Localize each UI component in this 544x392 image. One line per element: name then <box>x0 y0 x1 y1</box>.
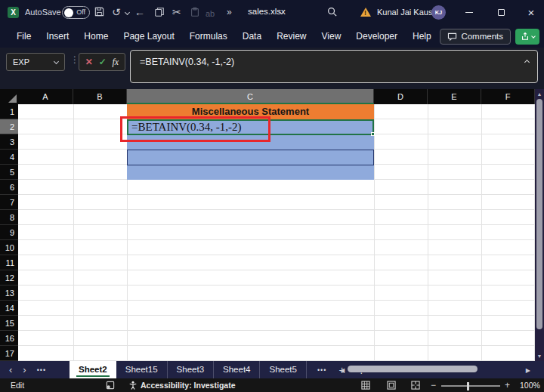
ribbon-tab[interactable]: Data <box>235 31 269 42</box>
ribbon-tab[interactable]: Developer <box>348 31 405 42</box>
comments-button[interactable]: Comments <box>440 29 511 45</box>
avatar[interactable]: KJ <box>431 5 446 20</box>
cut-icon[interactable]: ✂ <box>172 5 181 19</box>
row-header[interactable]: 16 <box>0 331 18 346</box>
sheet-nav-more-icon[interactable]: ••• <box>37 366 46 374</box>
row-header[interactable]: 6 <box>0 180 18 195</box>
accessibility-icon[interactable] <box>128 381 138 390</box>
name-box-value: EXP <box>13 57 29 66</box>
ribbon-tab[interactable]: Insert <box>39 31 76 42</box>
column-header[interactable]: C <box>127 89 374 104</box>
page-break-view-icon[interactable] <box>411 381 420 390</box>
scroll-left-icon[interactable]: ◀ <box>340 367 345 374</box>
autosave-toggle[interactable]: Off <box>62 6 90 19</box>
paste-icon[interactable] <box>190 7 200 17</box>
window-maximize-button[interactable] <box>488 0 514 25</box>
row-header[interactable]: 2 <box>0 119 18 134</box>
column-header[interactable]: D <box>374 89 428 104</box>
sheet-tab[interactable]: Sheet15 <box>116 361 168 378</box>
formula-text: =BETAINV(0.34, -1,-2) <box>140 57 234 67</box>
row-header[interactable]: 17 <box>0 346 18 361</box>
row-header[interactable]: 8 <box>0 210 18 225</box>
accessibility-status[interactable]: Accessibility: Investigate <box>141 381 235 390</box>
zoom-in-icon[interactable]: + <box>505 380 510 390</box>
minimize-icon <box>465 12 473 14</box>
row-header[interactable]: 11 <box>0 255 18 270</box>
row-header[interactable]: 13 <box>0 286 18 301</box>
undo-icon[interactable]: ↺ <box>112 5 121 19</box>
sheet-tab-label: Sheet3 <box>177 365 204 374</box>
share-button[interactable] <box>515 29 539 45</box>
insert-function-button[interactable]: fx <box>112 57 119 68</box>
zoom-out-icon[interactable]: − <box>431 380 436 390</box>
row-header[interactable]: 14 <box>0 301 18 316</box>
column-header[interactable]: A <box>18 89 73 104</box>
page-layout-view-icon[interactable] <box>387 381 396 390</box>
share-dropdown-icon <box>531 34 536 39</box>
column-header[interactable]: E <box>428 89 481 104</box>
undo-dropdown-icon[interactable] <box>125 10 130 15</box>
sheet-tab[interactable]: Sheet3 <box>168 361 214 378</box>
row-header[interactable]: 9 <box>0 225 18 240</box>
column-header[interactable]: B <box>73 89 127 104</box>
title-bar: X AutoSave Off ↺ ← ✂ ab » sales.xlsx ! K… <box>0 0 544 25</box>
sheet-tab[interactable]: Sheet4 <box>214 361 260 378</box>
warning-icon[interactable]: ! <box>360 8 371 17</box>
window-close-button[interactable]: × <box>518 0 544 25</box>
ribbon-tab[interactable]: Page Layout <box>116 31 181 42</box>
ribbon-tab[interactable]: File <box>9 31 39 42</box>
vertical-scrollbar[interactable]: ▲ ▼ <box>535 89 544 361</box>
name-box-dropdown-icon[interactable] <box>54 59 59 64</box>
formula-bar-row: EXP ⋮ ✕ ✓ fx =BETAINV(0.34, -1,-2) <box>0 48 544 89</box>
row-header[interactable]: 5 <box>0 165 18 180</box>
ribbon-tab[interactable]: Formulas <box>182 31 235 42</box>
ribbon-tab[interactable]: View <box>314 31 349 42</box>
sheet-tab-label: Sheet15 <box>125 365 158 374</box>
select-all-button[interactable] <box>0 89 18 104</box>
ribbon-tab[interactable]: Help <box>405 31 439 42</box>
more-sheets-icon[interactable]: ••• <box>317 366 326 374</box>
cancel-icon[interactable]: ✕ <box>85 57 93 67</box>
next-sheet-icon[interactable]: › <box>23 364 26 375</box>
sheet-nav: ‹ › ••• <box>9 361 46 378</box>
normal-view-icon[interactable] <box>361 381 370 390</box>
qat-overflow-icon[interactable]: » <box>227 5 232 19</box>
cell-c4-border[interactable] <box>127 150 374 165</box>
ribbon-tab[interactable]: Home <box>76 31 116 42</box>
back-arrow-icon[interactable]: ← <box>134 5 145 19</box>
row-header[interactable]: 12 <box>0 270 18 286</box>
row-header[interactable]: 15 <box>0 316 18 331</box>
row-header[interactable]: 7 <box>0 195 18 210</box>
row-header[interactable]: 3 <box>0 134 18 150</box>
collapse-formula-bar-icon[interactable] <box>524 60 530 65</box>
row-header[interactable]: 4 <box>0 150 18 165</box>
sheet-tab[interactable]: Sheet5 <box>260 361 306 378</box>
copy-icon[interactable] <box>154 7 165 17</box>
horizontal-scrollbar[interactable]: ◀ ▶ <box>338 361 536 378</box>
replace-icon[interactable]: ab <box>206 7 215 20</box>
ribbon-tab[interactable]: Review <box>269 31 314 42</box>
window-minimize-button[interactable] <box>456 0 482 25</box>
horizontal-scrollbar-thumb[interactable] <box>348 366 478 372</box>
name-box[interactable]: EXP <box>6 53 65 71</box>
cell-mode-indicator[interactable]: Edit <box>11 381 24 390</box>
zoom-level[interactable]: 100% <box>520 381 540 390</box>
excel-window: X AutoSave Off ↺ ← ✂ ab » sales.xlsx ! K… <box>0 0 544 392</box>
scroll-up-icon[interactable]: ▲ <box>535 91 544 97</box>
scroll-right-icon[interactable]: ▶ <box>526 367 530 374</box>
save-icon[interactable] <box>94 6 105 17</box>
row-header[interactable]: 10 <box>0 240 18 255</box>
enter-icon[interactable]: ✓ <box>99 57 107 67</box>
search-icon[interactable] <box>326 6 338 17</box>
column-header[interactable]: F <box>481 89 535 104</box>
zoom-slider-track[interactable] <box>441 385 500 387</box>
zoom-slider-thumb[interactable] <box>467 382 469 390</box>
ribbon-tab-bar: FileInsertHomePage LayoutFormulasDataRev… <box>0 25 544 48</box>
vertical-scrollbar-thumb[interactable] <box>536 99 542 329</box>
formula-input[interactable]: =BETAINV(0.34, -1,-2) <box>130 50 538 83</box>
macro-record-icon[interactable] <box>106 381 115 390</box>
sheet-tab[interactable]: Sheet2 <box>70 361 116 378</box>
row-header[interactable]: 1 <box>0 104 18 119</box>
scroll-down-icon[interactable]: ▼ <box>535 353 544 359</box>
prev-sheet-icon[interactable]: ‹ <box>9 364 12 375</box>
